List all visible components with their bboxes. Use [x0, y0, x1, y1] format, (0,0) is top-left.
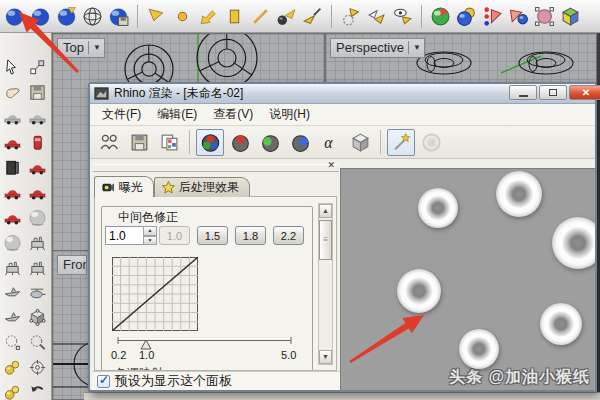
material-ball-icon[interactable] — [429, 4, 452, 28]
spinner-down-icon[interactable]: ▼ — [143, 236, 157, 246]
slider-thumb[interactable] — [141, 340, 151, 349]
post-effects-wand-icon[interactable] — [387, 129, 415, 156]
plane-tool-icon[interactable] — [3, 283, 23, 303]
tab-label: 后处理效果 — [179, 179, 239, 196]
viewport-title: Front — [63, 257, 87, 272]
plane-tool-icon[interactable] — [3, 308, 23, 328]
close-button[interactable]: ✕ — [569, 85, 600, 100]
render-region-icon[interactable] — [55, 4, 78, 28]
panel-scrollbar[interactable]: ▲ ≡ ▼ — [318, 203, 333, 365]
save-image-icon[interactable] — [125, 129, 153, 156]
depth-channel-icon[interactable] — [346, 129, 374, 156]
blue-channel-icon[interactable] — [286, 129, 314, 156]
helicopter-tool-icon[interactable] — [28, 283, 48, 303]
panel-header-bar[interactable]: ✕ — [93, 164, 339, 172]
rendered-torus — [540, 303, 582, 345]
gamma-preset-1.5[interactable]: 1.5 — [197, 226, 228, 245]
decal-add-icon[interactable] — [507, 4, 530, 28]
machine-tool-icon[interactable] — [28, 233, 48, 253]
sphere-tool-icon[interactable] — [28, 208, 48, 228]
menu-item-2[interactable]: 查看(V) — [205, 104, 261, 125]
select-cursor-icon[interactable] — [3, 58, 23, 78]
car-tool-icon[interactable] — [3, 108, 23, 128]
environment-icon[interactable] — [455, 4, 478, 28]
gamma-preset-1.8[interactable]: 1.8 — [235, 226, 266, 245]
toggle-light-icon[interactable] — [339, 4, 362, 28]
circle-select-icon[interactable] — [3, 333, 23, 353]
move-light-icon[interactable] — [365, 4, 388, 28]
panel-close-icon[interactable]: ✕ — [327, 161, 335, 170]
tab-exposure[interactable]: 曝光 — [94, 176, 154, 197]
spheres-icon[interactable] — [3, 358, 23, 378]
point-light-icon[interactable] — [171, 4, 194, 28]
box-tool-icon[interactable] — [3, 158, 23, 178]
attach-light-icon[interactable] — [275, 4, 298, 28]
sphere-tool-icon[interactable] — [3, 233, 23, 253]
restore-button[interactable] — [539, 85, 567, 100]
star-icon — [162, 181, 175, 194]
edit-light-icon[interactable] — [301, 4, 324, 28]
minimize-button[interactable] — [509, 85, 537, 100]
car-tool-icon[interactable] — [28, 158, 48, 178]
viewport-label-front[interactable]: Front — [57, 255, 87, 275]
move-points-icon[interactable] — [28, 58, 48, 78]
machine-tool-icon[interactable] — [28, 258, 48, 278]
menu-item-1[interactable]: 编辑(E) — [149, 104, 205, 125]
gamma-preset-2.2[interactable]: 2.2 — [273, 226, 304, 245]
can-tool-icon[interactable] — [28, 133, 48, 153]
chevron-down-icon[interactable]: ▼ — [93, 43, 101, 52]
undo-view-icon[interactable] — [28, 383, 48, 400]
rgb-channel-icon[interactable] — [196, 129, 224, 156]
scroll-up-icon[interactable]: ▲ — [319, 204, 332, 218]
render-icon[interactable] — [3, 4, 26, 28]
render-preview-icon[interactable] — [29, 4, 52, 28]
render-window-body: ✕ 曝光 后处理效果 — [90, 159, 595, 390]
viewport-label-top[interactable]: Top ▼ — [57, 38, 105, 58]
viewport-label-perspective[interactable]: Perspective ▼ — [330, 38, 425, 58]
spotlight-icon[interactable] — [145, 4, 168, 28]
green-channel-icon[interactable] — [256, 129, 284, 156]
car-tool-icon[interactable] — [28, 108, 48, 128]
directional-light-icon[interactable] — [197, 4, 220, 28]
copy-image-icon[interactable] — [155, 129, 183, 156]
chevron-down-icon[interactable]: ▼ — [413, 43, 421, 52]
zoom-select-icon[interactable] — [28, 333, 48, 353]
render-window-toolbar: α — [90, 126, 595, 159]
scroll-down-icon[interactable]: ▼ — [319, 350, 332, 364]
spinner-up-icon[interactable]: ▲ — [143, 226, 157, 236]
color-cube-icon[interactable] — [559, 4, 582, 28]
select-objects-icon[interactable] — [95, 129, 123, 156]
car-tool-icon[interactable] — [3, 183, 23, 203]
menu-item-3[interactable]: 说明(H) — [261, 104, 318, 125]
red-channel-icon[interactable] — [226, 129, 254, 156]
car-tool-icon[interactable] — [3, 208, 23, 228]
tab-post-effects[interactable]: 后处理效果 — [154, 177, 250, 197]
machine-tool-icon[interactable] — [3, 258, 23, 278]
decal-points-icon[interactable] — [481, 4, 504, 28]
spheres-icon[interactable] — [3, 383, 23, 400]
control-points-sphere-icon[interactable] — [533, 4, 556, 28]
render-mesh-icon[interactable] — [81, 4, 104, 28]
gamma-input[interactable] — [105, 226, 143, 245]
car-tool-icon[interactable] — [28, 183, 48, 203]
rendered-torus — [552, 217, 595, 269]
tab-label: 曝光 — [119, 179, 143, 196]
render-window-titlebar[interactable]: Rhino 渲染 - [未命名-02] ✕ — [90, 84, 595, 104]
alpha-channel-icon[interactable]: α — [316, 129, 344, 156]
scrollbar-thumb[interactable]: ≡ — [319, 220, 332, 260]
save-file-icon[interactable] — [28, 83, 48, 103]
cube-corners-icon[interactable] — [28, 308, 48, 328]
linear-light-icon[interactable] — [249, 4, 272, 28]
menu-item-0[interactable]: 文件(F) — [94, 104, 149, 125]
rectangular-light-icon[interactable] — [223, 4, 246, 28]
show-panel-checkbox[interactable]: ✓ — [97, 375, 110, 388]
save-render-icon[interactable] — [107, 4, 130, 28]
rendered-torus — [397, 269, 441, 313]
main-window-bottom-strip — [84, 392, 600, 400]
slider-current-label: 1.0 — [139, 349, 154, 361]
show-light-icon[interactable] — [391, 4, 414, 28]
target-icon[interactable] — [28, 358, 48, 378]
car-tool-icon[interactable] — [3, 133, 23, 153]
toolbar-separator — [421, 5, 422, 28]
pan-hand-icon[interactable] — [3, 83, 23, 103]
